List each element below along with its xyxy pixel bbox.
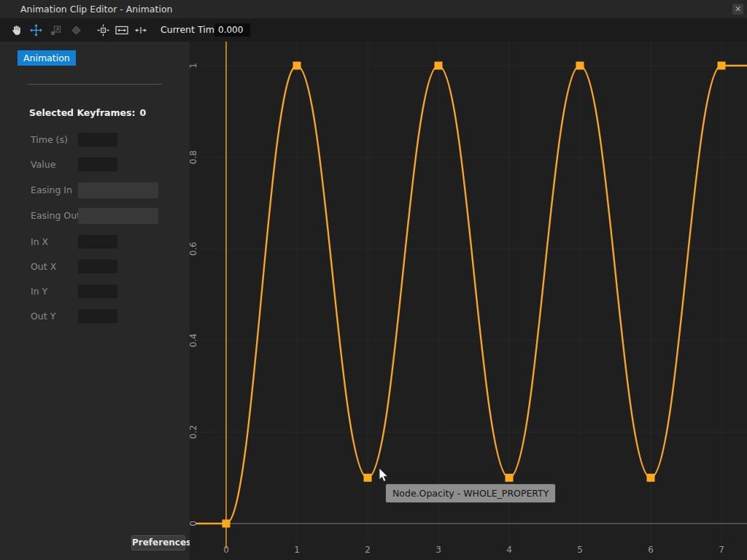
tooltip: Node.Opacity - WHOLE_PROPERTY — [385, 483, 556, 503]
fit-horizontal-button[interactable] — [113, 21, 131, 39]
time-label: Time (s) — [31, 133, 68, 147]
x-tick-label: 3 — [436, 545, 441, 555]
keyframe-marker[interactable] — [222, 520, 231, 528]
x-tick-label: 0 — [223, 545, 229, 555]
y-tick-label: 0.4 — [190, 333, 198, 347]
keyframe-marker[interactable] — [435, 62, 443, 70]
in-x-input[interactable] — [78, 235, 117, 249]
title-bar: Animation Clip Editor - Animation ✕ — [0, 0, 747, 18]
split-view-button[interactable] — [132, 21, 150, 39]
easing-in-input[interactable] — [78, 182, 158, 198]
curve-editor-area: 00.20.40.60.8101234567 Node.Opacity - WH… — [190, 42, 747, 560]
out-y-label: Out Y — [31, 309, 55, 323]
y-tick-label: 0 — [190, 521, 198, 526]
current-time-input[interactable]: 0.000 — [214, 23, 250, 36]
animation-clip-editor-window: Animation Clip Editor - Animation ✕ — [0, 0, 747, 560]
add-keyframe-button[interactable] — [67, 21, 85, 39]
time-input[interactable] — [78, 133, 117, 147]
keyframe-marker[interactable] — [576, 62, 584, 70]
keyframe-diamond-icon — [70, 24, 82, 36]
close-icon: ✕ — [735, 4, 741, 14]
in-x-label: In X — [31, 235, 48, 249]
y-tick-label: 0.2 — [190, 425, 198, 439]
y-tick-label: 0.6 — [190, 242, 198, 256]
value-input[interactable] — [78, 158, 117, 171]
out-y-input[interactable] — [78, 309, 117, 323]
hand-icon — [10, 24, 23, 36]
easing-in-label: Easing In — [31, 182, 72, 198]
value-label: Value — [31, 158, 55, 171]
easing-out-input[interactable] — [78, 208, 158, 224]
center-view-button[interactable] — [94, 21, 112, 39]
x-tick-label: 4 — [506, 545, 512, 555]
animation-curve-chart[interactable]: 00.20.40.60.8101234567 — [190, 42, 747, 560]
keyframe-marker[interactable] — [364, 474, 372, 482]
in-y-label: In Y — [31, 284, 47, 298]
move-icon — [30, 24, 42, 36]
keyframe-marker[interactable] — [293, 62, 301, 70]
x-tick-label: 1 — [294, 545, 300, 555]
fit-width-icon — [115, 24, 128, 36]
scale-icon — [50, 24, 62, 36]
close-button[interactable]: ✕ — [732, 4, 743, 15]
window-title: Animation Clip Editor - Animation — [20, 0, 172, 18]
easing-out-label: Easing Out — [31, 208, 80, 224]
pan-tool-button[interactable] — [7, 21, 25, 39]
toolbar: Current Time 0.000 — [0, 18, 747, 42]
sidebar-separator — [28, 84, 162, 85]
x-tick-label: 6 — [648, 545, 654, 555]
preferences-button[interactable]: Preferences — [131, 535, 185, 551]
y-tick-label: 1 — [190, 63, 198, 69]
selected-keyframes-heading: Selected Keyframes:0 — [29, 107, 146, 118]
split-arrows-icon — [134, 24, 147, 36]
selected-keyframes-count: 0 — [139, 107, 146, 118]
selected-keyframes-label: Selected Keyframes: — [29, 107, 135, 118]
tab-animation[interactable]: Animation — [18, 50, 76, 66]
keyframe-marker[interactable] — [718, 62, 726, 70]
out-x-label: Out X — [31, 260, 56, 273]
scale-tool-button[interactable] — [47, 21, 64, 39]
sidebar: Animation Selected Keyframes:0 Time (s) … — [0, 42, 190, 560]
x-tick-label: 2 — [365, 545, 371, 555]
x-tick-label: 7 — [719, 545, 724, 555]
animation-curve — [196, 66, 747, 524]
current-time-label: Current Time — [160, 18, 220, 42]
x-tick-label: 5 — [577, 545, 583, 555]
y-tick-label: 0.8 — [190, 150, 198, 164]
keyframe-marker[interactable] — [506, 474, 514, 482]
keyframe-marker[interactable] — [647, 474, 655, 482]
out-x-input[interactable] — [78, 260, 117, 273]
in-y-input[interactable] — [78, 284, 117, 298]
center-target-icon — [97, 24, 109, 36]
move-tool-button[interactable] — [27, 21, 44, 39]
